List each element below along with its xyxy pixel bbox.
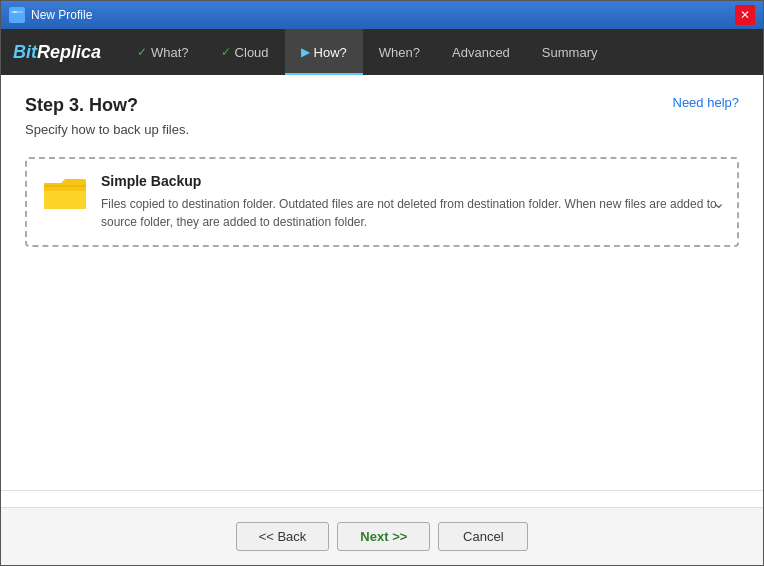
simple-backup-option[interactable]: Simple Backup Files copied to destinatio… (25, 157, 739, 247)
next-button[interactable]: Next >> (337, 522, 430, 551)
nav-check-what: ✓ (137, 45, 147, 59)
nav-item-what[interactable]: ✓ What? (121, 29, 205, 75)
content-header: Step 3. How? Need help? (25, 95, 739, 116)
title-bar: New Profile ✕ (1, 1, 763, 29)
title-bar-left: New Profile (9, 7, 92, 23)
dropdown-arrow-icon[interactable]: ⌄ (712, 193, 725, 212)
nav-check-cloud: ✓ (221, 45, 231, 59)
option-content: Simple Backup Files copied to destinatio… (101, 173, 721, 231)
brand-logo: BitReplica (13, 42, 101, 63)
nav-item-advanced[interactable]: Advanced (436, 29, 526, 75)
cancel-button[interactable]: Cancel (438, 522, 528, 551)
svg-rect-6 (44, 187, 86, 191)
app-window: New Profile ✕ BitReplica ✓ What? ✓ Cloud… (0, 0, 764, 566)
close-button[interactable]: ✕ (735, 5, 755, 25)
nav-item-cloud[interactable]: ✓ Cloud (205, 29, 285, 75)
brand-part2: Replica (37, 42, 101, 62)
app-icon (9, 7, 25, 23)
window-title: New Profile (31, 8, 92, 22)
back-button[interactable]: << Back (236, 522, 330, 551)
nav-label-what: What? (151, 45, 189, 60)
nav-arrow-how: ▶ (301, 45, 310, 59)
footer-divider (1, 490, 763, 491)
svg-rect-2 (13, 11, 17, 13)
nav-items: ✓ What? ✓ Cloud ▶ How? When? Advanced Su… (121, 29, 613, 75)
step-subtitle: Specify how to back up files. (25, 122, 739, 137)
option-title: Simple Backup (101, 173, 721, 189)
brand-part1: Bit (13, 42, 37, 62)
svg-rect-1 (11, 13, 23, 20)
folder-icon (43, 175, 87, 211)
nav-item-how[interactable]: ▶ How? (285, 29, 363, 75)
footer: << Back Next >> Cancel (1, 507, 763, 565)
step-title: Step 3. How? (25, 95, 138, 116)
nav-bar: BitReplica ✓ What? ✓ Cloud ▶ How? When? … (1, 29, 763, 75)
nav-label-when: When? (379, 45, 420, 60)
nav-item-when[interactable]: When? (363, 29, 436, 75)
help-link[interactable]: Need help? (673, 95, 740, 110)
content-area: Step 3. How? Need help? Specify how to b… (1, 75, 763, 507)
option-description: Files copied to destination folder. Outd… (101, 195, 721, 231)
nav-label-how: How? (314, 45, 347, 60)
nav-label-summary: Summary (542, 45, 598, 60)
nav-label-cloud: Cloud (235, 45, 269, 60)
nav-label-advanced: Advanced (452, 45, 510, 60)
nav-item-summary[interactable]: Summary (526, 29, 614, 75)
